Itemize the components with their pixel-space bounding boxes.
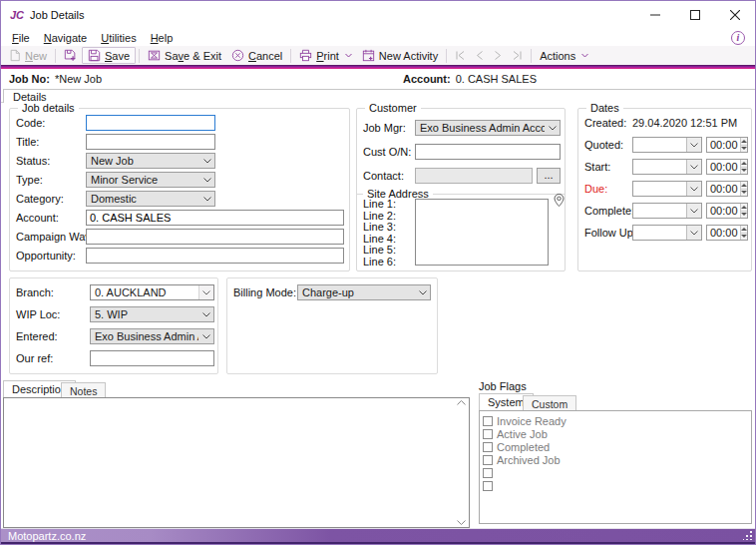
- description-editor: [3, 397, 470, 528]
- contact-input: [415, 168, 533, 184]
- category-select[interactable]: Domestic: [86, 191, 215, 207]
- actions-dropdown-caret: [581, 53, 588, 58]
- billing-panel: Billing Mode: Charge-up: [226, 277, 438, 374]
- flag-empty-2[interactable]: [480, 479, 751, 492]
- scroll-up-icon: [457, 400, 466, 405]
- start-date-select[interactable]: [632, 159, 702, 175]
- tab-custom[interactable]: Custom: [523, 395, 576, 410]
- contact-label: Contact:: [363, 170, 404, 182]
- entered-select[interactable]: Exo Business Admin Account: [90, 328, 214, 344]
- checkbox-icon[interactable]: [483, 416, 493, 426]
- code-input[interactable]: [86, 115, 215, 131]
- chevron-down-icon: [686, 182, 701, 196]
- app-jc-icon: JC: [10, 9, 24, 21]
- checkbox-icon[interactable]: [483, 481, 493, 491]
- map-pin-icon[interactable]: [553, 193, 566, 210]
- follow-up-date-select[interactable]: [632, 225, 702, 241]
- actions-button[interactable]: Actions: [535, 49, 593, 63]
- details-tab-content: Job details Code: Title: Status: New Job…: [1, 103, 755, 530]
- menu-utilities[interactable]: Utilities: [94, 31, 143, 45]
- follow-up-time-spinner[interactable]: 00:00: [706, 225, 748, 241]
- minimize-button[interactable]: [635, 1, 675, 29]
- save-and-new-button[interactable]: [59, 48, 82, 63]
- new-activity-button[interactable]: New Activity: [357, 48, 443, 63]
- cust-on-input[interactable]: [415, 144, 561, 160]
- our-ref-label: Our ref:: [16, 352, 53, 364]
- flag-archived-job[interactable]: Archived Job: [480, 453, 751, 466]
- print-button[interactable]: Print: [294, 48, 357, 63]
- info-icon[interactable]: i: [731, 31, 745, 45]
- menu-help[interactable]: Help: [144, 31, 181, 45]
- tab-notes[interactable]: Notes: [61, 382, 106, 397]
- nav-prev-button[interactable]: [471, 50, 489, 61]
- line3-label: Line 3:: [363, 222, 396, 234]
- due-date-select[interactable]: [632, 181, 702, 197]
- quoted-date-select[interactable]: [632, 137, 702, 153]
- nav-last-button[interactable]: [507, 50, 528, 61]
- complete-time-spinner[interactable]: 00:00: [706, 203, 748, 219]
- nav-first-button[interactable]: [450, 50, 471, 61]
- nav-first-icon: [455, 51, 466, 60]
- contact-browse-button[interactable]: ...: [537, 168, 561, 184]
- due-label: Due:: [584, 183, 607, 195]
- flag-completed[interactable]: Completed: [480, 440, 751, 453]
- save-exit-button[interactable]: Save & Exit: [143, 48, 226, 63]
- billing-mode-label: Billing Mode:: [233, 286, 296, 298]
- flag-empty-1[interactable]: [480, 466, 751, 479]
- billing-mode-select[interactable]: Charge-up: [297, 284, 431, 300]
- menu-navigate[interactable]: Navigate: [37, 31, 94, 45]
- dates-group: Dates Created: 29.04.2020 12:51 PM Quote…: [577, 108, 752, 272]
- start-label: Start:: [584, 161, 610, 173]
- save-icon: [88, 49, 101, 62]
- flag-invoice-ready[interactable]: Invoice Ready: [480, 414, 751, 427]
- menubar: File Navigate Utilities Help i: [1, 29, 755, 46]
- close-button[interactable]: [715, 1, 755, 29]
- checkbox-icon[interactable]: [483, 429, 493, 439]
- status-bar: Motopartz.co.nz: [1, 528, 755, 544]
- campaign-wave-input[interactable]: [86, 229, 344, 245]
- titlebar: JC Job Details: [1, 1, 755, 29]
- resize-grip-icon[interactable]: [743, 530, 753, 540]
- chevron-down-icon: [198, 285, 213, 299]
- checkbox-icon[interactable]: [483, 468, 493, 478]
- account-input[interactable]: [86, 210, 344, 226]
- quoted-time-spinner[interactable]: 00:00: [706, 137, 748, 153]
- description-tabstrip: Description Notes: [3, 380, 470, 397]
- type-label: Type:: [16, 174, 43, 186]
- menu-file[interactable]: File: [5, 31, 37, 45]
- dates-legend: Dates: [586, 102, 623, 114]
- opportunity-label: Opportunity:: [16, 250, 76, 262]
- site-address-input[interactable]: [415, 199, 549, 266]
- cancel-button[interactable]: Cancel: [226, 48, 287, 63]
- new-button[interactable]: New: [4, 48, 52, 63]
- status-company: Motopartz.co.nz: [8, 530, 86, 542]
- branch-panel: Branch: 0. AUCKLAND WIP Loc: 5. WIP Ente…: [9, 277, 218, 374]
- description-textarea[interactable]: [4, 398, 454, 527]
- job-flags-list: Invoice Ready Active Job Completed Archi…: [479, 410, 752, 524]
- title-label: Title:: [16, 136, 39, 148]
- branch-select[interactable]: 0. AUCKLAND: [90, 284, 214, 300]
- title-input[interactable]: [86, 134, 215, 150]
- chevron-down-icon: [545, 121, 560, 135]
- flag-active-job[interactable]: Active Job: [480, 427, 751, 440]
- wip-loc-select[interactable]: 5. WIP: [90, 306, 214, 322]
- checkbox-icon[interactable]: [483, 442, 493, 452]
- job-no-label: Job No:: [9, 73, 50, 85]
- status-select[interactable]: New Job: [86, 153, 215, 169]
- job-mgr-select[interactable]: Exo Business Admin Accoun: [415, 120, 561, 136]
- checkbox-icon[interactable]: [483, 455, 493, 465]
- save-button[interactable]: Save: [82, 47, 136, 64]
- chevron-down-icon: [198, 307, 213, 321]
- complete-date-select[interactable]: [632, 203, 702, 219]
- job-details-window: JC Job Details File Navigate Utilities H…: [0, 0, 756, 545]
- due-time-spinner[interactable]: 00:00: [706, 181, 748, 197]
- opportunity-input[interactable]: [86, 248, 344, 264]
- description-scrollbar[interactable]: [454, 398, 469, 527]
- our-ref-input[interactable]: [90, 350, 214, 366]
- nav-next-button[interactable]: [489, 50, 507, 61]
- scroll-down-icon: [457, 520, 466, 525]
- start-time-spinner[interactable]: 00:00: [706, 159, 748, 175]
- type-select[interactable]: Minor Service: [86, 172, 215, 188]
- job-flags-tabstrip: System Custom: [479, 393, 754, 410]
- maximize-button[interactable]: [675, 1, 715, 29]
